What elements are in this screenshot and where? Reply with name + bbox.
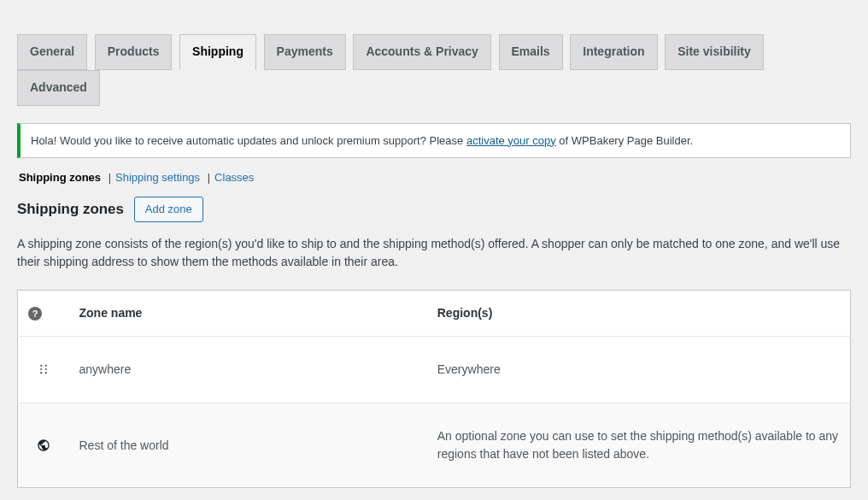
section-description: A shipping zone consists of the region(s… — [17, 235, 851, 271]
page-title: Shipping zones — [17, 201, 124, 218]
shipping-subnav: Shipping zones |Shipping settings |Class… — [17, 171, 851, 184]
tab-advanced[interactable]: Advanced — [17, 70, 100, 106]
separator: | — [205, 171, 213, 184]
separator: | — [106, 171, 114, 184]
tab-general[interactable]: General — [17, 34, 87, 70]
activate-copy-link[interactable]: activate your copy — [466, 134, 556, 147]
subnav-shipping-zones[interactable]: Shipping zones — [17, 171, 103, 184]
add-zone-button[interactable]: Add zone — [134, 197, 203, 222]
table-header-zone-name: Zone name — [69, 290, 427, 336]
drag-handle-icon[interactable] — [28, 363, 59, 375]
zone-region-cell: An optional zone you can use to set the … — [427, 403, 851, 487]
notice-text-suffix: of WPBakery Page Builder. — [556, 134, 693, 147]
svg-point-1 — [44, 365, 46, 367]
subnav-classes[interactable]: Classes — [213, 171, 255, 184]
subnav-shipping-settings[interactable]: Shipping settings — [114, 171, 202, 184]
table-row-rest-of-world[interactable]: Rest of the world An optional zone you c… — [18, 403, 851, 487]
tab-site-visibility[interactable]: Site visibility — [665, 34, 764, 70]
svg-point-2 — [40, 368, 42, 370]
help-icon[interactable]: ? — [28, 307, 42, 321]
svg-point-5 — [44, 372, 46, 374]
svg-point-4 — [40, 372, 42, 374]
zone-name-cell[interactable]: anywhere — [69, 336, 427, 403]
section-header: Shipping zones Add zone — [17, 197, 851, 222]
svg-point-3 — [44, 368, 46, 370]
table-header-regions: Region(s) — [427, 290, 851, 336]
table-header-sort: ? — [18, 290, 69, 336]
svg-point-0 — [40, 365, 42, 367]
tab-accounts-privacy[interactable]: Accounts & Privacy — [353, 34, 491, 70]
tab-payments[interactable]: Payments — [264, 34, 346, 70]
tab-products[interactable]: Products — [95, 34, 173, 70]
shipping-zones-table: ? Zone name Region(s) anywhere Everywher… — [17, 290, 851, 488]
tab-integration[interactable]: Integration — [570, 34, 657, 70]
table-row[interactable]: anywhere Everywhere — [18, 336, 851, 403]
notice-text-prefix: Hola! Would you like to receive automati… — [31, 134, 466, 147]
tab-shipping[interactable]: Shipping — [179, 34, 256, 70]
activation-notice: Hola! Would you like to receive automati… — [17, 123, 851, 158]
globe-icon — [28, 438, 59, 452]
zone-name-cell[interactable]: Rest of the world — [69, 403, 427, 487]
settings-tabs: General Products Shipping Payments Accou… — [17, 9, 851, 106]
zone-region-cell: Everywhere — [427, 336, 851, 403]
tab-emails[interactable]: Emails — [499, 34, 563, 70]
